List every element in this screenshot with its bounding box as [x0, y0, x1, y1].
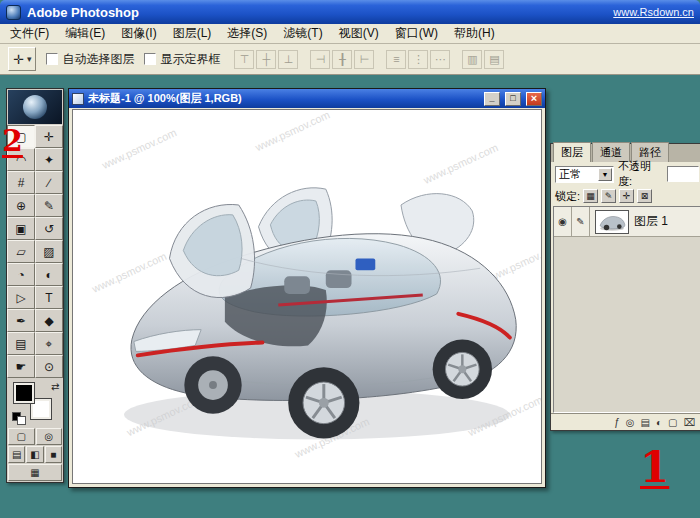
align-left-edges: ⊣: [310, 50, 330, 69]
show-bounding-box-label: 显示定界框: [160, 51, 220, 68]
gradient-tool[interactable]: ▨: [35, 240, 63, 263]
magic-wand-tool[interactable]: ✦: [35, 148, 63, 171]
distribute-bottom-edges: ⋯: [430, 50, 450, 69]
tools-grid: ▢✛◠✦#∕⊕✎▣↺▱▨◔◐▷T✒◆▤⌖☛⊙: [7, 125, 63, 378]
new-layer-button[interactable]: ▢: [668, 417, 677, 428]
quick-mask-mode-button[interactable]: ◎: [36, 428, 63, 445]
hand-tool[interactable]: ☛: [7, 355, 35, 378]
canvas-watermark: www.psmov.com: [421, 141, 500, 186]
type-tool[interactable]: T: [35, 286, 63, 309]
lock-image-button[interactable]: ✎: [601, 189, 616, 203]
workspace: ▢✛◠✦#∕⊕✎▣↺▱▨◔◐▷T✒◆▤⌖☛⊙ ⇄ ▢◎ ▤◧■ ▦ 未标题-1 …: [0, 75, 700, 518]
blend-mode-select[interactable]: 正常 ▼: [555, 166, 614, 183]
align-horizontal-centers: ╂: [332, 50, 352, 69]
path-selection-tool[interactable]: ▷: [7, 286, 35, 309]
lock-position-button[interactable]: ✛: [619, 189, 634, 203]
align-group: ⊤┼⊥: [234, 50, 298, 69]
brush-tool[interactable]: ✎: [35, 194, 63, 217]
photoshop-window: Adobe Photoshop www.Rsdown.cn 文件(F)编辑(E)…: [0, 0, 700, 518]
layer-row[interactable]: ◉ ✎ 图层 1: [554, 207, 700, 237]
canvas-area[interactable]: www.psmov.com www.psmov.com www.psmov.co…: [72, 109, 542, 484]
screen-modes-row: ▤◧■: [8, 446, 62, 463]
notes-tool[interactable]: ▤: [7, 332, 35, 355]
menu-view[interactable]: 视图(V): [331, 23, 387, 44]
titlebar[interactable]: Adobe Photoshop www.Rsdown.cn: [0, 0, 700, 24]
healing-brush-tool[interactable]: ⊕: [7, 194, 35, 217]
minimize-button[interactable]: _: [484, 92, 500, 106]
align-groups: ⊤┼⊥⊣╂⊢≡⋮⋯▥▤: [234, 50, 504, 69]
align-top-edges: ⊤: [234, 50, 254, 69]
show-bounding-box-checkbox[interactable]: 显示定界框: [144, 51, 220, 68]
jump-to-imageready-button[interactable]: ▦: [8, 464, 62, 481]
align-vertical-centers: ┼: [256, 50, 276, 69]
menu-select[interactable]: 选择(S): [219, 23, 275, 44]
blend-row: 正常 ▼ 不透明度:: [551, 162, 700, 186]
standard-mode-button[interactable]: ▢: [8, 428, 35, 445]
history-brush-tool[interactable]: ↺: [35, 217, 63, 240]
canvas-watermark: www.psmov.com: [99, 126, 178, 171]
visibility-eye-icon[interactable]: ◉: [554, 207, 572, 237]
lock-transparency-button[interactable]: ▦: [583, 189, 598, 203]
pen-tool[interactable]: ✒: [7, 309, 35, 332]
custom-shape-tool[interactable]: ◆: [35, 309, 63, 332]
dodge-tool[interactable]: ◐: [35, 263, 63, 286]
photoshop-logo-orb: [8, 90, 62, 124]
fullscreen-menubar-button[interactable]: ◧: [26, 446, 43, 463]
lock-row: 锁定: ▦✎✛⊠: [551, 186, 700, 206]
fullscreen-button[interactable]: ■: [45, 446, 62, 463]
move-tool[interactable]: ✛: [35, 125, 63, 148]
align-group: ⊣╂⊢: [310, 50, 374, 69]
eraser-tool[interactable]: ▱: [7, 240, 35, 263]
menu-file[interactable]: 文件(F): [2, 23, 57, 44]
canvas-watermark: www.psmov.com: [252, 110, 331, 154]
tab-layers[interactable]: 图层: [553, 142, 591, 162]
tool-preset-button[interactable]: ✛ ▾: [8, 47, 36, 71]
photoshop-app-icon: [6, 5, 21, 20]
layer-list: ◉ ✎ 图层 1: [553, 206, 700, 413]
zoom-tool[interactable]: ⊙: [35, 355, 63, 378]
standard-screen-button[interactable]: ▤: [8, 446, 25, 463]
imageready-row: ▦: [8, 464, 62, 481]
maximize-button[interactable]: □: [505, 92, 521, 106]
document-window: 未标题-1 @ 100%(图层 1,RGB) _ □ × www.psmov.: [68, 88, 546, 488]
document-titlebar[interactable]: 未标题-1 @ 100%(图层 1,RGB) _ □ ×: [69, 89, 545, 108]
chevron-down-icon: ▼: [598, 168, 612, 181]
swap-colors-icon[interactable]: ⇄: [51, 381, 59, 392]
menu-filter[interactable]: 滤镜(T): [275, 23, 330, 44]
mask-modes-row: ▢◎: [8, 428, 62, 445]
document-title: 未标题-1 @ 100%(图层 1,RGB): [88, 91, 479, 106]
site-watermark: www.Rsdown.cn: [613, 6, 694, 18]
menu-image[interactable]: 图像(I): [113, 23, 164, 44]
paintbrush-indicator-icon: ✎: [572, 207, 590, 237]
align-group: ▥▤: [462, 50, 504, 69]
auto-select-layer-label: 自动选择图层: [62, 51, 134, 68]
distribute-left-edges: ▥: [462, 50, 482, 69]
eyedropper-tool[interactable]: ⌖: [35, 332, 63, 355]
opacity-field[interactable]: [667, 166, 699, 182]
adjustment-layer-button[interactable]: ◐: [656, 417, 662, 428]
opacity-label: 不透明度:: [618, 159, 663, 189]
color-swatches: ⇄: [9, 380, 61, 426]
layer-mask-button[interactable]: ◎: [626, 417, 635, 428]
close-button[interactable]: ×: [526, 92, 542, 106]
crop-tool[interactable]: #: [7, 171, 35, 194]
menu-window[interactable]: 窗口(W): [387, 23, 446, 44]
menu-layer[interactable]: 图层(L): [165, 23, 220, 44]
menu-edit[interactable]: 编辑(E): [57, 23, 113, 44]
background-color-swatch[interactable]: [31, 399, 51, 419]
default-colors-icon[interactable]: [18, 417, 25, 424]
annotation-step-1: 1: [640, 443, 669, 492]
align-group: ≡⋮⋯: [386, 50, 450, 69]
foreground-color-swatch[interactable]: [14, 383, 34, 403]
annotation-step-2: 2: [2, 123, 23, 158]
auto-select-layer-checkbox[interactable]: 自动选择图层: [46, 51, 134, 68]
menu-help[interactable]: 帮助(H): [446, 23, 503, 44]
blur-tool[interactable]: ◔: [7, 263, 35, 286]
layer-effects-button[interactable]: ƒ: [614, 417, 620, 428]
slice-tool[interactable]: ∕: [35, 171, 63, 194]
delete-layer-button[interactable]: ⌧: [683, 417, 695, 428]
layer-set-button[interactable]: ▤: [641, 417, 650, 428]
clone-stamp-tool[interactable]: ▣: [7, 217, 35, 240]
distribute-vertical-centers: ⋮: [408, 50, 428, 69]
lock-all-button[interactable]: ⊠: [637, 189, 652, 203]
